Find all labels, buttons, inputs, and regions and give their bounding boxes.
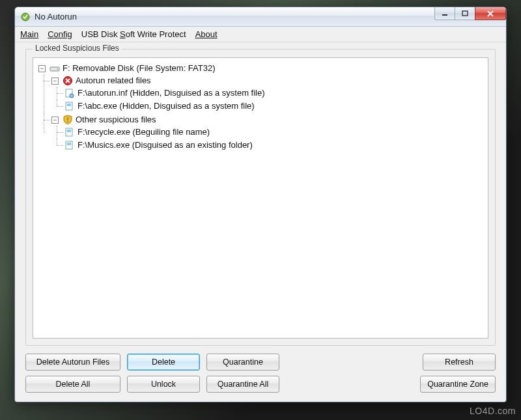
svg-point-7 [70,94,74,98]
svg-rect-1 [442,14,447,16]
tree-node-label: Autorun related files [76,75,151,87]
svg-rect-15 [67,143,71,145]
delete-button[interactable]: Delete [127,354,200,371]
menu-config[interactable]: Config [48,29,72,39]
button-panel: Delete Autorun Files Delete Quarantine R… [25,354,496,393]
svg-rect-13 [67,130,71,132]
tree-root[interactable]: − F: Removable Disk (File System: FAT32) [38,62,484,153]
watermark: LO4D.com [470,406,516,416]
locked-files-group: Locked Suspicious Files − [25,49,496,346]
refresh-button[interactable]: Refresh [423,354,496,371]
window-controls [435,7,506,20]
drive-icon [49,63,60,74]
error-shield-icon [63,76,73,86]
menu-about[interactable]: About [195,29,218,39]
svg-rect-9 [67,104,71,106]
maximize-button[interactable] [455,7,475,20]
file-icon [64,101,75,111]
window-title: No Autorun [35,12,77,21]
tree-node-label: F:\recycle.exe (Beguiling file name) [77,126,210,138]
file-icon [64,88,75,98]
tree-file-item[interactable]: F:\Musics.exe (Disguised as an existing … [64,139,484,152]
menubar: Main Config USB Disk Soft Write Protect … [15,27,506,42]
quarantine-all-button[interactable]: Quarantine All [206,376,279,393]
tree-view[interactable]: − F: Removable Disk (File System: FAT32) [33,57,488,339]
tree-category-other[interactable]: − Other suspicious files [51,113,484,152]
expand-toggle-icon[interactable]: − [51,77,59,85]
svg-rect-2 [462,11,468,16]
client-area: Locked Suspicious Files − [15,42,506,402]
file-icon [64,140,75,150]
close-button[interactable] [475,7,506,20]
expand-toggle-icon[interactable]: − [38,65,46,72]
app-window: No Autorun Main Config USB Disk Soft Wri… [14,7,507,402]
menu-usb-write-protect[interactable]: USB Disk Soft Write Protect [81,29,186,39]
menu-main[interactable]: Main [20,29,38,39]
expand-toggle-icon[interactable]: − [51,117,59,124]
tree-file-item[interactable]: F:\autorun.inf (Hidden, Disguised as a s… [64,87,484,100]
delete-all-button[interactable]: Delete All [25,376,120,393]
tree-node-label: F:\abc.exe (Hidden, Disguised as a syste… [77,100,255,112]
tree-file-item[interactable]: F:\abc.exe (Hidden, Disguised as a syste… [64,100,484,113]
tree-node-label: Other suspicious files [76,114,156,126]
tree-file-item[interactable]: F:\recycle.exe (Beguiling file name) [64,126,484,139]
app-icon [20,12,31,22]
warning-shield-icon [63,115,73,125]
tree-node-label: F:\Musics.exe (Disguised as an existing … [77,139,253,151]
tree-node-label: F:\autorun.inf (Hidden, Disguised as a s… [77,87,265,99]
svg-point-4 [57,68,59,70]
quarantine-button[interactable]: Quarantine [206,354,279,371]
group-label: Locked Suspicious Files [33,44,122,53]
file-icon [64,127,75,137]
tree-category-autorun[interactable]: − Autorun related files [51,74,484,113]
svg-rect-11 [67,122,68,123]
tree-node-label: F: Removable Disk (File System: FAT32) [63,63,216,74]
quarantine-zone-button[interactable]: Quarantine Zone [420,376,496,393]
titlebar[interactable]: No Autorun [15,7,506,27]
minimize-button[interactable] [434,7,455,20]
delete-autorun-files-button[interactable]: Delete Autorun Files [25,354,120,371]
svg-rect-10 [67,117,68,120]
unlock-button[interactable]: Unlock [127,376,200,393]
